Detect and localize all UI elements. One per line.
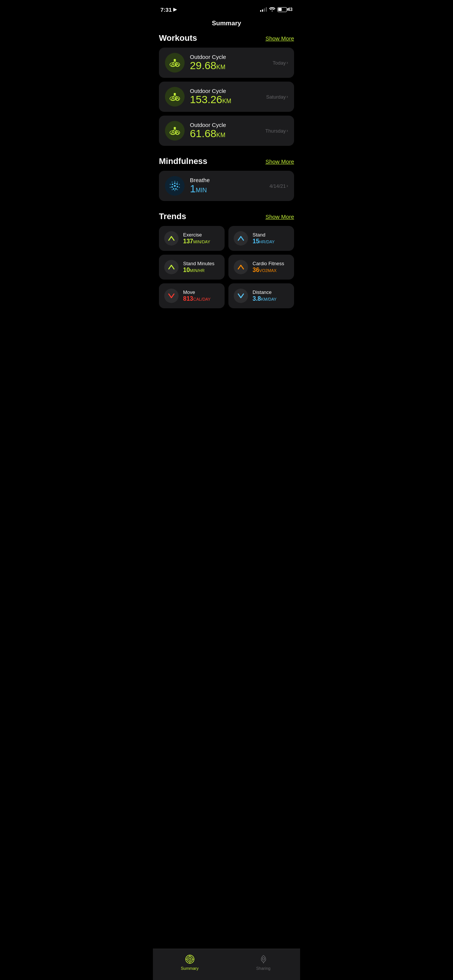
status-icons: 43 bbox=[260, 7, 293, 13]
distance-info: Distance 3.8KM/DAY bbox=[253, 290, 289, 302]
workout-day-3: Thursday › bbox=[265, 128, 288, 134]
exercise-arrow-circle bbox=[164, 231, 179, 245]
distance-arrow-circle bbox=[234, 289, 248, 303]
workouts-title: Workouts bbox=[159, 33, 197, 43]
workout-icon-circle-3 bbox=[165, 121, 185, 140]
svg-point-35 bbox=[174, 181, 176, 182]
svg-point-41 bbox=[172, 189, 173, 191]
workout-day-2: Saturday › bbox=[266, 94, 288, 100]
cardio-info: Cardio Fitness 36VO2MAX bbox=[253, 261, 289, 274]
trend-card-stand-minutes[interactable]: Stand Minutes 10MIN/HR bbox=[159, 255, 225, 280]
svg-point-27 bbox=[174, 185, 176, 187]
svg-point-18 bbox=[174, 127, 176, 129]
stand-minutes-value: 10MIN/HR bbox=[183, 266, 219, 274]
breathe-date: 4/14/21 › bbox=[269, 183, 288, 189]
signal-bar-3 bbox=[264, 8, 265, 12]
stand-label: Stand bbox=[253, 232, 289, 238]
battery-icon bbox=[277, 7, 287, 12]
breathe-info: Breathe 1MIN bbox=[190, 177, 264, 195]
move-arrow-circle bbox=[164, 289, 179, 303]
svg-point-34 bbox=[172, 184, 173, 185]
svg-line-21 bbox=[173, 129, 175, 131]
svg-point-37 bbox=[179, 184, 180, 185]
workout-distance-3: 61.68KM bbox=[190, 128, 260, 140]
battery-container: 43 bbox=[277, 7, 293, 12]
move-value: 813CAL/DAY bbox=[183, 295, 219, 302]
workout-distance-2: 153.26KM bbox=[190, 94, 261, 106]
svg-point-43 bbox=[170, 184, 171, 185]
trends-show-more[interactable]: Show More bbox=[265, 213, 294, 220]
exercise-info: Exercise 137MIN/DAY bbox=[183, 232, 219, 245]
wifi-icon bbox=[269, 7, 275, 13]
trend-card-exercise[interactable]: Exercise 137MIN/DAY bbox=[159, 226, 225, 251]
svg-line-3 bbox=[173, 61, 175, 63]
workout-card-1[interactable]: Outdoor Cycle 29.68KM Today › bbox=[159, 48, 294, 78]
svg-line-13 bbox=[175, 95, 177, 97]
breathe-icon-circle bbox=[165, 176, 185, 196]
breathe-card[interactable]: Breathe 1MIN 4/14/21 › bbox=[159, 171, 294, 201]
signal-bars bbox=[260, 7, 267, 12]
svg-point-29 bbox=[176, 183, 178, 185]
workouts-show-more[interactable]: Show More bbox=[265, 35, 294, 41]
workout-info-3: Outdoor Cycle 61.68KM bbox=[190, 122, 260, 140]
mindfulness-show-more[interactable]: Show More bbox=[265, 158, 294, 165]
stand-info: Stand 15HR/DAY bbox=[253, 232, 289, 245]
trends-grid: Exercise 137MIN/DAY Stand 15HR/DAY bbox=[153, 226, 300, 308]
page-title: Summary bbox=[153, 17, 300, 33]
main-content: Workouts Show More Outdoor Cycle bbox=[153, 33, 300, 356]
svg-point-44 bbox=[172, 182, 173, 183]
exercise-value: 137MIN/DAY bbox=[183, 238, 219, 245]
svg-line-4 bbox=[175, 61, 177, 63]
workout-info-1: Outdoor Cycle 29.68KM bbox=[190, 54, 267, 72]
signal-bar-4 bbox=[266, 7, 267, 12]
stand-value: 15HR/DAY bbox=[253, 238, 289, 245]
svg-point-9 bbox=[174, 93, 176, 95]
move-label: Move bbox=[183, 290, 219, 296]
svg-point-32 bbox=[173, 188, 174, 190]
stand-minutes-label: Stand Minutes bbox=[183, 261, 219, 267]
location-icon: ▶ bbox=[173, 7, 177, 12]
breathe-duration: 1MIN bbox=[190, 183, 264, 195]
svg-line-12 bbox=[173, 95, 175, 97]
workout-name-2: Outdoor Cycle bbox=[190, 88, 261, 94]
workout-icon-circle-1 bbox=[165, 53, 185, 73]
workouts-section: Workouts Show More Outdoor Cycle bbox=[153, 33, 300, 146]
svg-point-36 bbox=[177, 182, 178, 183]
time-display: 7:31 bbox=[160, 6, 172, 13]
workout-card-2[interactable]: Outdoor Cycle 153.26KM Saturday › bbox=[159, 82, 294, 112]
svg-point-30 bbox=[177, 186, 178, 188]
breathe-name: Breathe bbox=[190, 177, 264, 183]
workout-info-2: Outdoor Cycle 153.26KM bbox=[190, 88, 261, 106]
workout-name-1: Outdoor Cycle bbox=[190, 54, 267, 60]
workout-day-1: Today › bbox=[272, 60, 288, 66]
cardio-value: 36VO2MAX bbox=[253, 266, 289, 274]
signal-bar-1 bbox=[260, 10, 261, 12]
status-bar: 7:31 ▶ 43 bbox=[153, 0, 300, 17]
distance-value: 3.8KM/DAY bbox=[253, 295, 289, 302]
svg-point-28 bbox=[174, 183, 176, 184]
trends-header: Trends Show More bbox=[153, 212, 300, 226]
workout-card-3[interactable]: Outdoor Cycle 61.68KM Thursday › bbox=[159, 116, 294, 146]
cardio-label: Cardio Fitness bbox=[253, 261, 289, 267]
svg-point-42 bbox=[170, 187, 171, 188]
status-time: 7:31 ▶ bbox=[160, 6, 177, 13]
stand-minutes-arrow-circle bbox=[164, 260, 179, 274]
cardio-arrow-circle bbox=[234, 260, 248, 274]
trend-card-stand[interactable]: Stand 15HR/DAY bbox=[228, 226, 294, 251]
stand-arrow-circle bbox=[234, 231, 248, 245]
svg-point-39 bbox=[177, 189, 178, 191]
svg-line-22 bbox=[175, 129, 177, 131]
trends-title: Trends bbox=[159, 212, 186, 221]
mindfulness-section: Mindfulness Show More bbox=[153, 156, 300, 201]
trend-card-cardio[interactable]: Cardio Fitness 36VO2MAX bbox=[228, 255, 294, 280]
trends-section: Trends Show More Exercise 137MIN/DAY bbox=[153, 212, 300, 308]
trend-card-distance[interactable]: Distance 3.8KM/DAY bbox=[228, 283, 294, 308]
workout-icon-circle-2 bbox=[165, 87, 185, 107]
signal-bar-2 bbox=[262, 10, 263, 12]
mindfulness-title: Mindfulness bbox=[159, 156, 207, 166]
workout-name-3: Outdoor Cycle bbox=[190, 122, 260, 128]
workouts-header: Workouts Show More bbox=[153, 33, 300, 48]
battery-level: 43 bbox=[288, 7, 293, 12]
move-info: Move 813CAL/DAY bbox=[183, 290, 219, 302]
trend-card-move[interactable]: Move 813CAL/DAY bbox=[159, 283, 225, 308]
